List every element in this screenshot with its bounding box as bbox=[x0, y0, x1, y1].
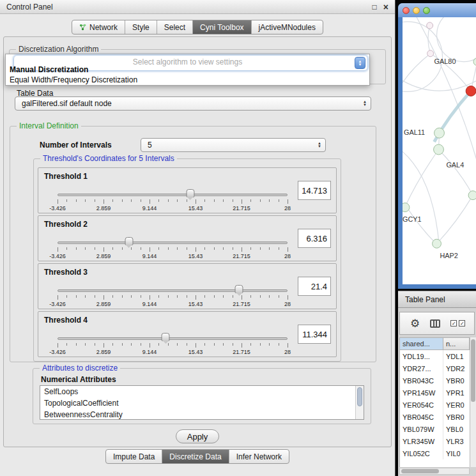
network-node[interactable] bbox=[403, 203, 410, 212]
apply-button[interactable]: Apply bbox=[176, 429, 219, 443]
network-canvas[interactable]: GAL80 GAL11 GAL4 GCY1 HAP2 bbox=[403, 17, 476, 284]
tick-mark bbox=[204, 295, 205, 298]
slider-thumb[interactable] bbox=[235, 285, 243, 293]
scrollbar-thumb[interactable] bbox=[401, 469, 439, 473]
tab-style[interactable]: Style bbox=[125, 20, 157, 34]
tick-mark bbox=[122, 199, 123, 202]
tick-mark bbox=[104, 295, 104, 300]
table-row[interactable]: YIL052CYIL0 bbox=[400, 447, 470, 459]
attribute-list-item[interactable]: TopologicalCoefficient bbox=[40, 397, 355, 409]
horizontal-scrollbar[interactable] bbox=[399, 468, 470, 475]
tick-mark bbox=[158, 247, 159, 250]
attributes-list[interactable]: SelfLoopsTopologicalCoefficientBetweenne… bbox=[40, 385, 364, 420]
node-label: GCY1 bbox=[403, 215, 422, 223]
attribute-list-item[interactable]: SelfLoops bbox=[40, 386, 355, 397]
tick-mark bbox=[260, 343, 261, 346]
table-cell: YPR1 bbox=[443, 387, 470, 399]
float-window-icon[interactable]: □ bbox=[372, 3, 377, 11]
column-header[interactable]: n... bbox=[443, 337, 470, 350]
table-toolbar: ⚙ ✓ ✓ bbox=[399, 312, 475, 335]
tab-impute-data[interactable]: Impute Data bbox=[106, 450, 162, 463]
column-header[interactable]: shared... bbox=[400, 337, 443, 350]
columns-icon[interactable] bbox=[430, 319, 440, 328]
tick-mark bbox=[250, 343, 251, 346]
tick-mark bbox=[269, 199, 270, 202]
checkbox-icon: ✓ bbox=[450, 320, 457, 326]
threshold-label: Threshold 3 bbox=[38, 264, 336, 277]
tab-cyni-toolbox[interactable]: Cyni Toolbox bbox=[193, 20, 251, 34]
network-node[interactable] bbox=[433, 239, 441, 248]
tick-mark bbox=[150, 199, 150, 204]
table-data-select[interactable]: galFiltered.sif default node ▲▼ bbox=[15, 96, 371, 111]
scrollbar-thumb[interactable] bbox=[471, 339, 475, 402]
tick-mark bbox=[158, 343, 159, 346]
tab-jactivemnodules[interactable]: jActiveMNodules bbox=[252, 20, 323, 34]
attributes-scrollbar[interactable] bbox=[355, 386, 364, 419]
network-node[interactable] bbox=[434, 144, 444, 155]
tick-mark bbox=[112, 247, 113, 250]
threshold-slider[interactable]: -3.4262.8599.14415.4321.71528 bbox=[58, 284, 288, 309]
slider-ticks bbox=[58, 295, 288, 300]
tab-select[interactable]: Select bbox=[157, 20, 193, 34]
mac-minimize-button[interactable] bbox=[413, 7, 420, 14]
tick-mark bbox=[196, 199, 196, 204]
tick-mark bbox=[233, 295, 233, 298]
slider-thumb[interactable] bbox=[162, 333, 170, 341]
network-node[interactable] bbox=[434, 128, 445, 138]
tab-infer-network[interactable]: Infer Network bbox=[229, 450, 289, 463]
slider-track bbox=[58, 194, 288, 196]
threshold-value-field[interactable]: 6.316 bbox=[298, 229, 331, 248]
tick-mark bbox=[279, 343, 279, 346]
threshold-slider[interactable]: -3.4262.8599.14415.4321.71528 bbox=[58, 188, 288, 213]
table-row[interactable]: YBR045CYBR0 bbox=[400, 411, 470, 423]
threshold-value-field[interactable]: 21.4 bbox=[298, 277, 331, 296]
tick-mark bbox=[76, 247, 77, 250]
tick-mark bbox=[196, 247, 196, 252]
tick-mark bbox=[122, 247, 123, 250]
slider-thumb[interactable] bbox=[186, 189, 194, 197]
tick-mark bbox=[168, 295, 169, 298]
close-icon[interactable]: × bbox=[383, 3, 388, 12]
threshold-slider[interactable]: -3.4262.8599.14415.4321.71528 bbox=[58, 236, 288, 261]
threshold-slider[interactable]: -3.4262.8599.14415.4321.71528 bbox=[58, 332, 288, 357]
tick-mark bbox=[279, 199, 279, 202]
network-node[interactable] bbox=[427, 50, 434, 57]
mac-close-button[interactable] bbox=[403, 7, 410, 14]
tick-mark bbox=[66, 199, 67, 202]
network-node[interactable] bbox=[473, 58, 476, 66]
mac-zoom-button[interactable] bbox=[423, 7, 430, 14]
table-row[interactable]: YBR043CYBR0 bbox=[400, 374, 470, 387]
network-node[interactable] bbox=[468, 191, 476, 200]
tick-mark bbox=[233, 343, 233, 346]
tab-discretize-data[interactable]: Discretize Data bbox=[162, 450, 229, 463]
network-node-selected[interactable] bbox=[466, 86, 476, 96]
table-row[interactable]: YLR345WYLR3 bbox=[400, 435, 470, 447]
attribute-list-item[interactable]: BetweennessCentrality bbox=[40, 409, 355, 420]
scrollbar-thumb[interactable] bbox=[357, 387, 362, 406]
threshold-value-field[interactable]: 11.344 bbox=[298, 325, 331, 344]
algorithm-option[interactable]: Manual Discretization bbox=[6, 65, 369, 75]
chevron-updown-icon: ▲▼ bbox=[318, 142, 321, 148]
gear-icon[interactable]: ⚙ bbox=[410, 317, 420, 330]
table-row[interactable]: YBL079WYBL0 bbox=[400, 423, 470, 435]
tick-mark bbox=[150, 247, 150, 252]
network-node[interactable] bbox=[427, 22, 433, 29]
select-columns-icon[interactable]: ✓ ✓ bbox=[450, 320, 465, 326]
thresholds-container: Threshold 1-3.4262.8599.14415.4321.71528… bbox=[38, 167, 337, 357]
num-intervals-select[interactable]: 5 ▲▼ bbox=[141, 138, 326, 152]
table-row[interactable]: YER054CYER0 bbox=[400, 399, 470, 411]
table-cell: YIL052C bbox=[400, 447, 443, 459]
table-row[interactable]: YDR27...YDR2 bbox=[400, 362, 470, 374]
slider-tick-labels: -3.4262.8599.14415.4321.71528 bbox=[58, 205, 288, 211]
network-window-titlebar[interactable] bbox=[398, 3, 476, 17]
table-row[interactable]: YPR145WYPR1 bbox=[400, 387, 470, 399]
table-row[interactable]: YDL19...YDL1 bbox=[400, 350, 470, 362]
tab-network[interactable]: Network bbox=[72, 20, 125, 34]
tick-label: 9.144 bbox=[142, 349, 157, 355]
slider-thumb[interactable] bbox=[125, 237, 133, 245]
threshold-value-field[interactable]: 14.713 bbox=[298, 181, 331, 200]
vertical-scrollbar[interactable] bbox=[470, 337, 476, 467]
algorithm-option[interactable]: Equal Width/Frequency Discretization bbox=[6, 75, 369, 85]
tick-mark bbox=[223, 295, 224, 298]
bottom-tabstrip: Impute DataDiscretize DataInfer Network bbox=[0, 449, 395, 464]
